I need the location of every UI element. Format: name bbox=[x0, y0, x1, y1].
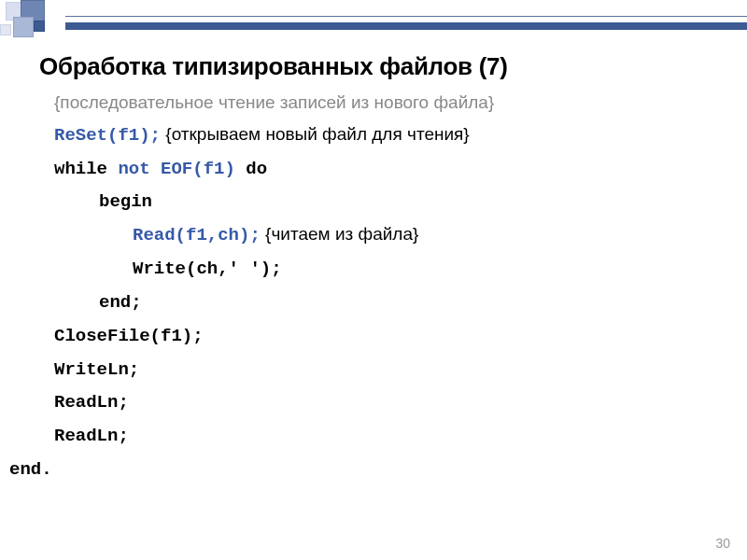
code-line: end. bbox=[9, 453, 747, 486]
code-span: begin bbox=[99, 191, 152, 212]
code-span: Write(ch,' '); bbox=[133, 259, 282, 279]
header-thick-line bbox=[65, 22, 747, 30]
slide-title: Обработка типизированных файлов (7) bbox=[0, 52, 747, 87]
code-span: ReadLn; bbox=[54, 392, 129, 413]
code-span: {читаем из файла} bbox=[261, 224, 419, 244]
code-span: {открываем новый файл для чтения} bbox=[161, 124, 470, 144]
code-span: do bbox=[235, 159, 267, 179]
code-line: {последовательное чтение записей из ново… bbox=[54, 87, 747, 119]
code-span: {последовательное чтение записей из ново… bbox=[54, 92, 494, 112]
code-span: not EOF(f1) bbox=[118, 159, 234, 179]
code-line: while not EOF(f1) do bbox=[54, 152, 747, 186]
code-line: ReSet(f1); {открываем новый файл для чте… bbox=[54, 119, 747, 152]
header-squares bbox=[0, 0, 65, 41]
code-line: Read(f1,ch); {читаем из файла} bbox=[54, 218, 747, 252]
code-span: ReadLn; bbox=[54, 426, 129, 446]
code-span: WriteLn; bbox=[54, 359, 139, 380]
slide: Обработка типизированных файлов (7) {пос… bbox=[0, 0, 747, 560]
page-number: 30 bbox=[715, 536, 730, 551]
code-line: WriteLn; bbox=[54, 353, 747, 386]
code-line: end; bbox=[54, 286, 747, 319]
square-icon bbox=[13, 17, 34, 37]
square-icon bbox=[0, 24, 11, 35]
code-line: ReadLn; bbox=[54, 385, 747, 419]
code-span: ReSet(f1); bbox=[54, 125, 161, 146]
code-line: begin bbox=[54, 185, 747, 218]
code-span: while bbox=[54, 159, 118, 179]
header-thin-line bbox=[65, 16, 747, 17]
square-icon bbox=[34, 21, 45, 32]
code-line: CloseFile(f1); bbox=[54, 319, 747, 353]
code-span: CloseFile(f1); bbox=[54, 326, 204, 346]
code-span: end; bbox=[99, 292, 142, 313]
code-block: {последовательное чтение записей из ново… bbox=[0, 87, 747, 486]
code-span: end. bbox=[9, 459, 52, 480]
slide-content: Обработка типизированных файлов (7) {пос… bbox=[0, 52, 747, 486]
header-decoration bbox=[0, 0, 747, 41]
code-span: Read(f1,ch); bbox=[133, 225, 261, 245]
code-line: Write(ch,' '); bbox=[54, 252, 747, 286]
code-line: ReadLn; bbox=[54, 419, 747, 453]
